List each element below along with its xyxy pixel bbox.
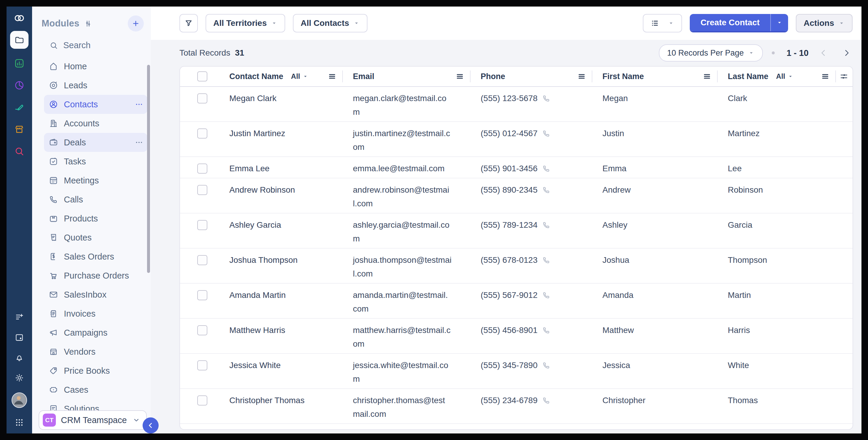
phone-call-icon[interactable] xyxy=(542,358,551,372)
sidebar-item-accounts[interactable]: Accounts xyxy=(44,114,147,133)
records-per-page-dropdown[interactable]: 10 Records Per Page xyxy=(659,44,763,62)
sliders-icon[interactable] xyxy=(84,20,92,28)
column-filter-dropdown[interactable]: All xyxy=(776,72,794,81)
row-checkbox[interactable] xyxy=(197,360,207,371)
table-row[interactable]: Justin Martinezjustin.martinez@testmail.… xyxy=(180,122,852,157)
cell-contact-name[interactable]: Christopher Thomas xyxy=(224,389,342,410)
row-checkbox[interactable] xyxy=(197,220,207,230)
cell-contact-name[interactable]: Matthew Harris xyxy=(224,319,342,340)
column-menu-icon[interactable] xyxy=(821,72,829,81)
cell-contact-name[interactable]: Ashley Garcia xyxy=(224,213,342,234)
next-page-button[interactable] xyxy=(842,48,851,58)
notes-edit-icon[interactable] xyxy=(14,102,25,113)
sidebar-scrollbar[interactable] xyxy=(147,65,150,273)
column-menu-icon[interactable] xyxy=(578,72,586,81)
item-more-menu-icon[interactable] xyxy=(135,138,143,147)
column-menu-icon[interactable] xyxy=(703,72,711,81)
column-header-first_name[interactable]: First Name xyxy=(592,67,717,86)
table-row[interactable]: Ashley Garciaashley.garcia@testmail.com(… xyxy=(180,213,852,248)
previous-page-button[interactable] xyxy=(819,48,828,58)
column-settings-icon[interactable] xyxy=(839,72,848,81)
notifications-bell-icon[interactable] xyxy=(14,352,25,363)
phone-call-icon[interactable] xyxy=(542,127,551,140)
sidebar-item-calls[interactable]: Calls xyxy=(44,190,147,209)
create-contact-dropdown[interactable] xyxy=(771,14,788,31)
table-row[interactable]: Andrew Robinsonandrew.robinson@testmail.… xyxy=(180,178,852,213)
create-contact-button[interactable]: Create Contact xyxy=(690,14,771,31)
cell-contact-name[interactable]: Justin Martinez xyxy=(224,122,342,143)
sidebar-item-invoices[interactable]: Invoices xyxy=(44,304,147,323)
table-row[interactable]: Emma Leeemma.lee@testmail.com(555) 901-3… xyxy=(180,157,852,178)
list-view-selector[interactable] xyxy=(643,14,682,32)
row-checkbox[interactable] xyxy=(197,128,207,139)
cell-contact-name[interactable]: Jessica White xyxy=(224,354,342,375)
phone-call-icon[interactable] xyxy=(542,162,551,175)
dashboard-pie-icon[interactable] xyxy=(14,80,25,91)
phone-call-icon[interactable] xyxy=(542,288,551,302)
row-checkbox[interactable] xyxy=(197,290,207,300)
add-request-icon[interactable] xyxy=(14,312,25,323)
sidebar-item-price-books[interactable]: Price Books xyxy=(44,361,147,380)
filter-button[interactable] xyxy=(179,14,198,32)
phone-call-icon[interactable] xyxy=(542,323,551,337)
row-checkbox[interactable] xyxy=(197,164,207,174)
column-filter-dropdown[interactable]: All xyxy=(291,72,309,81)
row-checkbox[interactable] xyxy=(197,395,207,406)
table-row[interactable]: Matthew Harrismatthew.harris@testmail.co… xyxy=(180,319,852,354)
sidebar-item-cases[interactable]: Cases xyxy=(44,380,147,399)
calendar-icon[interactable] xyxy=(14,332,25,343)
phone-call-icon[interactable] xyxy=(542,92,551,105)
table-row[interactable]: Amanda Martinamanda.martin@testmail.com(… xyxy=(180,284,852,319)
actions-dropdown[interactable]: Actions xyxy=(796,14,852,32)
row-checkbox[interactable] xyxy=(197,93,207,104)
sidebar-item-leads[interactable]: Leads xyxy=(44,76,147,95)
zoho-crm-logo-icon[interactable] xyxy=(14,12,25,24)
sidebar-item-tasks[interactable]: Tasks xyxy=(44,152,147,171)
view-filter-dropdown[interactable]: All Contacts xyxy=(293,14,368,32)
sidebar-item-products[interactable]: Products xyxy=(44,209,147,228)
phone-call-icon[interactable] xyxy=(542,218,551,232)
column-menu-icon[interactable] xyxy=(456,72,464,81)
table-row[interactable]: Megan Clarkmegan.clark@testmail.com(555)… xyxy=(180,87,852,122)
row-checkbox[interactable] xyxy=(197,325,207,335)
settings-gear-icon[interactable] xyxy=(14,372,25,383)
select-all-checkbox[interactable] xyxy=(197,71,207,82)
sidebar-item-quotes[interactable]: Quotes xyxy=(44,228,147,247)
sidebar-item-home[interactable]: Home xyxy=(44,57,147,76)
phone-call-icon[interactable] xyxy=(542,253,551,267)
column-header-email[interactable]: Email xyxy=(342,67,470,86)
column-header-contact_name[interactable]: Contact NameAll xyxy=(224,67,342,86)
avatar[interactable] xyxy=(11,392,27,408)
table-row[interactable]: Christopher Thomaschristopher.thomas@tes… xyxy=(180,389,852,424)
row-checkbox[interactable] xyxy=(197,185,207,195)
zia-search-icon[interactable] xyxy=(14,146,25,157)
cell-contact-name[interactable]: Emma Lee xyxy=(224,157,342,178)
sidebar-item-meetings[interactable]: Meetings xyxy=(44,171,147,190)
analytics-icon[interactable] xyxy=(14,58,25,69)
cell-contact-name[interactable]: Andrew Robinson xyxy=(224,178,342,199)
cell-contact-name[interactable]: Megan Clark xyxy=(224,87,342,108)
table-row[interactable]: Joshua Thompsonjoshua.thompson@testmail.… xyxy=(180,248,852,284)
sidebar-item-contacts[interactable]: Contacts xyxy=(44,95,147,114)
sidebar-item-deals[interactable]: Deals xyxy=(44,133,147,152)
sidebar-search[interactable]: Search xyxy=(49,40,151,50)
row-checkbox[interactable] xyxy=(197,255,207,265)
phone-call-icon[interactable] xyxy=(542,183,551,197)
add-module-button[interactable] xyxy=(128,16,144,31)
phone-call-icon[interactable] xyxy=(542,393,551,407)
column-header-phone[interactable]: Phone xyxy=(470,67,592,86)
column-menu-icon[interactable] xyxy=(328,72,336,81)
column-header-last_name[interactable]: Last NameAll xyxy=(717,67,835,86)
cell-contact-name[interactable]: Amanda Martin xyxy=(224,284,342,304)
sidebar-item-campaigns[interactable]: Campaigns xyxy=(44,323,147,342)
table-row[interactable]: Jessica Whitejessica.white@testmail.com(… xyxy=(180,354,852,389)
sidebar-item-sales-orders[interactable]: Sales Orders xyxy=(44,247,147,266)
cell-contact-name[interactable]: Joshua Thompson xyxy=(224,248,342,269)
item-more-menu-icon[interactable] xyxy=(135,100,143,109)
sidebar-item-purchase-orders[interactable]: Purchase Orders xyxy=(44,266,147,285)
rail-item-modules-active[interactable] xyxy=(10,31,29,49)
territory-dropdown[interactable]: All Territories xyxy=(206,14,285,32)
teamspace-selector[interactable]: CT CRM Teamspace xyxy=(39,410,147,430)
apps-grid-icon[interactable] xyxy=(14,417,25,428)
sidebar-item-vendors[interactable]: Vendors xyxy=(44,342,147,361)
